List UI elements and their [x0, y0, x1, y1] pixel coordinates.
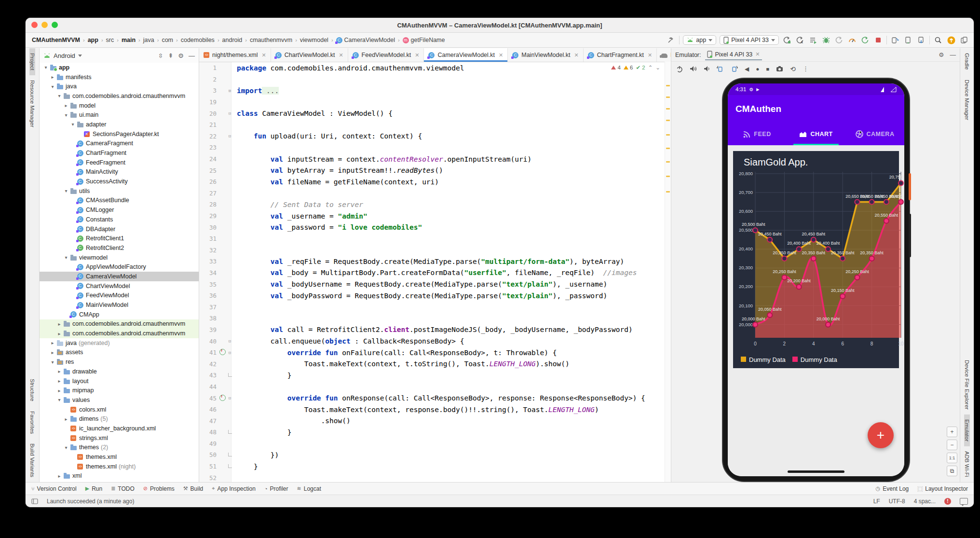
tree-item-java[interactable]: ▾java: [40, 82, 199, 91]
editor-tab-build-g[interactable]: build.g: [657, 48, 671, 62]
device-selector[interactable]: Pixel 4 API 33: [720, 35, 779, 45]
tree-item-adapter[interactable]: ▾adapter: [40, 120, 199, 129]
highlighting-level-icon[interactable]: !: [944, 498, 951, 505]
encoding-indicator[interactable]: UTF-8: [889, 498, 905, 505]
close-tab-icon[interactable]: ✕: [574, 52, 578, 58]
sdk-manager-icon[interactable]: [916, 35, 926, 45]
override-gutter-icon[interactable]: [219, 395, 226, 401]
editor-tab-cameraviewmodel-kt[interactable]: CCameraViewModel.kt✕: [424, 48, 508, 62]
toolwindow-button-gradle[interactable]: Gradle: [964, 48, 970, 75]
home-indicator[interactable]: [788, 470, 844, 473]
editor-tab-chartfragment-kt[interactable]: CChartFragment.kt✕: [584, 48, 657, 62]
tree-item-manifests[interactable]: ▸manifests: [40, 72, 199, 82]
prev-problem-icon[interactable]: ⌃: [648, 64, 653, 71]
indent-indicator[interactable]: 4 spac...: [914, 498, 936, 505]
close-tab-icon[interactable]: ✕: [499, 52, 503, 58]
close-icon[interactable]: ✕: [755, 51, 760, 57]
tree-item-constants[interactable]: CConstants: [40, 215, 199, 224]
bottombar-build[interactable]: ⚒Build: [183, 485, 204, 492]
tree-item-sectionspageradapter-kt[interactable]: KSectionsPagerAdapter.kt: [40, 129, 199, 139]
back-icon[interactable]: ◀: [745, 66, 749, 72]
chevron-right-icon[interactable]: ▸: [56, 378, 63, 384]
app-tab-chart[interactable]: CHART: [787, 123, 845, 145]
next-problem-icon[interactable]: ⌄: [655, 64, 660, 71]
editor-tab-night-themes-xml[interactable]: <>night/themes.xml✕: [199, 48, 271, 62]
chevron-right-icon[interactable]: ▸: [56, 388, 63, 393]
toolwindow-button-resource-manager[interactable]: Resource Manager: [29, 75, 35, 132]
tree-item-ic-launcher-background-xml[interactable]: <>ic_launcher_background.xml: [40, 424, 199, 433]
breadcrumb-item[interactable]: android: [221, 36, 244, 44]
more-kebab-icon[interactable]: ⋮: [803, 65, 809, 72]
tree-item-model[interactable]: ▸model: [40, 101, 199, 110]
tree-item-mainviewmodel[interactable]: CMainViewModel: [40, 300, 199, 310]
chevron-down-icon[interactable]: ▾: [49, 359, 56, 365]
collapse-all-icon[interactable]: ⇞: [168, 52, 173, 59]
expand-all-icon[interactable]: ⇳: [158, 52, 163, 59]
screenshot-camera-icon[interactable]: [776, 66, 783, 72]
close-tab-icon[interactable]: ✕: [261, 52, 266, 58]
hide-panel-icon[interactable]: —: [950, 52, 956, 58]
override-gutter-icon[interactable]: [219, 349, 226, 355]
tree-item-strings-xml[interactable]: <>strings.xml: [40, 433, 199, 443]
inspections-widget[interactable]: 4 6 ✔ 2 ⌃ ⌄: [609, 64, 662, 71]
emulator-device-tab[interactable]: Pixel 4 API 33 ✕: [705, 49, 762, 60]
close-tab-icon[interactable]: ✕: [415, 52, 419, 58]
volume-down-icon[interactable]: [704, 66, 710, 72]
chevron-right-icon[interactable]: ▸: [49, 350, 56, 355]
tree-item-retrofitclient2[interactable]: CRetrofitClient2: [40, 243, 199, 253]
tree-item-app[interactable]: ▾app: [40, 63, 199, 72]
zoom-in-button[interactable]: +: [947, 427, 957, 437]
chevron-right-icon[interactable]: ▸: [56, 321, 63, 327]
chevron-down-icon[interactable]: ▾: [63, 112, 69, 118]
fold-collapse-icon[interactable]: ⊟: [227, 134, 233, 138]
fold-collapse-icon[interactable]: ⊟: [227, 111, 233, 116]
fold-expand-icon[interactable]: ⊞: [227, 88, 233, 93]
tree-item-com-codemobiles-android-cmauthenmvvm[interactable]: ▾com.codemobiles.android.cmauthenmvvm: [40, 91, 199, 101]
apply-changes-button[interactable]: A: [795, 35, 805, 45]
chevron-right-icon[interactable]: ▸: [56, 331, 63, 336]
project-view-selector[interactable]: Android: [54, 52, 75, 59]
tree-item-chartfragment[interactable]: CChartFragment: [40, 148, 199, 158]
tree-item-viewmodel[interactable]: ▾viewmodel: [40, 253, 199, 262]
toolwindow-button-emulator[interactable]: Emulator: [964, 414, 970, 446]
tree-item-mainactivity[interactable]: CMainActivity: [40, 167, 199, 177]
tree-item-com-codemobiles-android-cmauthenmvvm[interactable]: ▸com.codemobiles.android.cmauthenmvvm: [40, 329, 199, 338]
close-tab-icon[interactable]: ✕: [648, 52, 652, 58]
chevron-down-icon[interactable]: ▾: [49, 84, 56, 89]
breadcrumb-item[interactable]: java: [142, 36, 156, 44]
snapshots-icon[interactable]: ⟲: [790, 65, 796, 73]
sync-project-icon[interactable]: [890, 35, 900, 45]
run-button[interactable]: [782, 35, 792, 45]
editor-scrollbar[interactable]: [665, 62, 671, 482]
toolwindow-button-adb-wi-fi[interactable]: ADB Wi-Fi: [964, 446, 970, 482]
chevron-right-icon[interactable]: ▸: [56, 369, 63, 374]
debug-button[interactable]: [821, 35, 831, 45]
bottombar-version-control[interactable]: ⑂Version Control: [31, 485, 77, 492]
tree-item-appviewmodelfactory[interactable]: CAppViewModelFactory: [40, 262, 199, 272]
tree-item-feedviewmodel[interactable]: CFeedViewModel: [40, 291, 199, 301]
toolwindow-button-project[interactable]: Project: [29, 48, 35, 75]
chevron-right-icon[interactable]: ▸: [56, 473, 63, 479]
device-manager-icon[interactable]: [903, 35, 913, 45]
chevron-right-icon[interactable]: ▸: [63, 416, 69, 422]
bottombar-event-log[interactable]: ◷Event Log: [876, 485, 909, 492]
breadcrumb-item[interactable]: CCameraViewModel: [335, 36, 396, 44]
settings-gear-icon[interactable]: ⚙: [178, 52, 184, 59]
close-tab-icon[interactable]: ✕: [339, 52, 343, 58]
stop-button[interactable]: [873, 35, 883, 45]
run-config-selector[interactable]: app: [683, 35, 716, 45]
bottombar-problems[interactable]: ⊘Problems: [143, 485, 175, 492]
breadcrumb-item[interactable]: cmauthenmvvm: [248, 36, 294, 44]
tree-item-cameraviewmodel[interactable]: CCameraViewModel: [40, 272, 199, 281]
rotate-left-icon[interactable]: [717, 66, 724, 72]
close-window-button[interactable]: [31, 22, 38, 28]
chevron-down-icon[interactable]: ▾: [56, 93, 63, 98]
breadcrumb-item[interactable]: main: [120, 36, 137, 44]
bottombar-app-inspection[interactable]: ⌖App Inspection: [212, 485, 256, 492]
line-chart[interactable]: 20,00020,10020,20020,30020,40020,50020,6…: [738, 168, 894, 355]
profile-restart-icon[interactable]: [860, 35, 870, 45]
tree-item-successactivity[interactable]: CSuccessActivity: [40, 177, 199, 186]
editor-tab-feedviewmodel-kt[interactable]: CFeedViewModel.kt✕: [348, 48, 424, 62]
volume-up-icon[interactable]: [690, 66, 697, 72]
search-everywhere-icon[interactable]: [933, 35, 943, 45]
